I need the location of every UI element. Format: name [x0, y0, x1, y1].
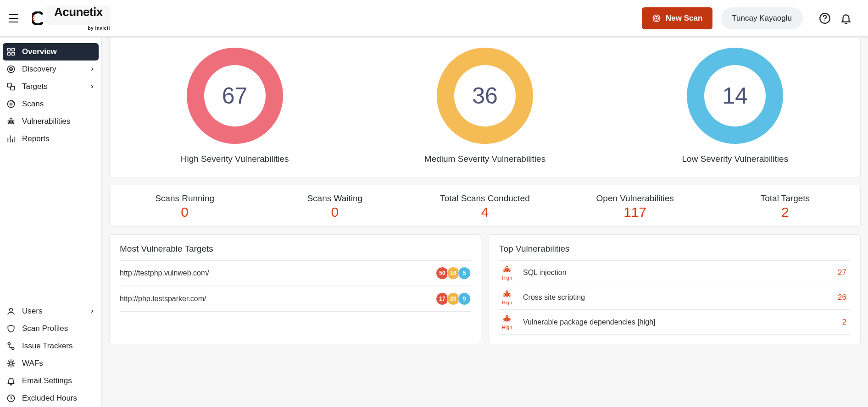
sidebar-item-discovery[interactable]: Discovery: [0, 60, 101, 78]
notifications-button[interactable]: [837, 9, 855, 28]
vulnerability-row[interactable]: HighSQL injection27: [499, 260, 850, 285]
user-menu-button[interactable]: Tuncay Kayaoglu: [721, 7, 803, 29]
sidebar-item-label: Email Settings: [22, 376, 72, 385]
sidebar: OverviewDiscoveryTargetsScansVulnerabili…: [0, 38, 102, 407]
help-icon: [819, 12, 831, 24]
svg-line-52: [509, 269, 510, 269]
brand-name-sub: by invicti: [47, 26, 110, 31]
stat-label: Open Vulnerabilities: [560, 193, 710, 204]
severity-donut[interactable]: 14: [687, 48, 783, 144]
severity-chip-label: High: [502, 300, 512, 305]
stat-value: 4: [410, 204, 560, 220]
vulnerability-count: 26: [838, 293, 850, 302]
severity-badges: 50165: [438, 267, 471, 280]
stat-label: Total Targets: [710, 193, 860, 204]
severity-block: 36Medium Severity Vulnerabilities: [360, 48, 610, 164]
target-url: http://testphp.vulnweb.com/: [120, 269, 209, 277]
discovery-icon: [6, 65, 16, 74]
sidebar-item-excluded-hours[interactable]: Excluded Hours: [0, 390, 101, 407]
tracker-icon: [6, 341, 16, 351]
sidebar-item-wafs[interactable]: WAFs: [0, 355, 101, 372]
severity-label: High Severity Vulnerabilities: [181, 154, 289, 164]
shield-icon: [6, 324, 16, 333]
svg-rect-12: [12, 49, 15, 51]
severity-donut[interactable]: 67: [187, 48, 283, 144]
svg-line-44: [8, 365, 10, 366]
new-scan-label: New Scan: [666, 14, 702, 23]
bug-icon: [502, 265, 512, 276]
waf-icon: [6, 359, 16, 368]
svg-point-34: [10, 308, 13, 311]
stats-card: Scans Running0Scans Waiting0Total Scans …: [109, 185, 861, 227]
bug-icon: [502, 290, 512, 301]
stat-block: Scans Waiting0: [260, 193, 410, 220]
bug-icon: [6, 117, 16, 126]
svg-line-51: [504, 271, 505, 272]
overview-icon: [6, 47, 16, 56]
stat-value: 0: [110, 204, 260, 220]
severity-donut[interactable]: 36: [437, 48, 533, 144]
sidebar-item-label: Users: [22, 307, 42, 316]
svg-line-54: [509, 271, 510, 272]
sidebar-item-users[interactable]: Users: [0, 302, 101, 320]
severity-block: 67High Severity Vulnerabilities: [110, 48, 360, 164]
severity-chip: High: [499, 265, 515, 280]
brand-logo-link[interactable]: Acunetix by invicti: [32, 6, 110, 31]
svg-point-17: [11, 69, 11, 70]
new-scan-button[interactable]: New Scan: [642, 7, 712, 29]
help-button[interactable]: [816, 9, 834, 28]
sidebar-item-targets[interactable]: Targets: [0, 78, 101, 95]
target-row[interactable]: http://testphp.vulnweb.com/50165: [120, 260, 471, 286]
users-icon: [6, 307, 16, 316]
stat-label: Scans Running: [110, 193, 260, 204]
severity-chip: High: [499, 314, 515, 330]
svg-line-65: [504, 318, 505, 319]
svg-line-59: [504, 296, 505, 297]
svg-line-42: [8, 361, 10, 362]
severity-chip-label: High: [502, 275, 512, 280]
most-vulnerable-targets-card: Most Vulnerable Targets http://testphp.v…: [109, 234, 481, 344]
severity-count: 36: [472, 82, 498, 109]
stat-block: Total Scans Conducted4: [410, 193, 560, 220]
brand-logo-icon: [32, 11, 46, 25]
sidebar-item-issue-trackers[interactable]: Issue Trackers: [0, 337, 101, 355]
sidebar-item-reports[interactable]: Reports: [0, 130, 101, 148]
svg-point-37: [10, 362, 13, 365]
severity-label: Medium Severity Vulnerabilities: [424, 154, 545, 164]
sidebar-item-email-settings[interactable]: Email Settings: [0, 372, 101, 390]
vulnerability-count: 2: [842, 318, 850, 327]
sidebar-item-vulnerabilities[interactable]: Vulnerabilities: [0, 113, 101, 130]
svg-line-57: [504, 293, 505, 294]
sidebar-item-overview[interactable]: Overview: [3, 43, 99, 60]
sidebar-item-label: WAFs: [22, 359, 43, 368]
brand-name-main: Acunetix: [47, 6, 110, 25]
target-row[interactable]: http://php.testsparker.com/17209: [120, 286, 471, 312]
vulnerability-name: Vulnerable package dependencies [high]: [523, 318, 656, 326]
target-url: http://php.testsparker.com/: [120, 295, 206, 303]
sidebar-item-label: Issue Trackers: [22, 341, 73, 351]
hamburger-menu-button[interactable]: [6, 11, 21, 26]
svg-rect-14: [12, 53, 15, 55]
card-title: Most Vulnerable Targets: [120, 244, 471, 254]
sidebar-item-label: Discovery: [22, 65, 56, 74]
sidebar-item-scans[interactable]: Scans: [0, 95, 101, 113]
sidebar-item-scan-profiles[interactable]: Scan Profiles: [0, 320, 101, 337]
svg-line-67: [504, 320, 505, 321]
vulnerability-row[interactable]: HighCross site scripting26: [499, 285, 850, 310]
vulnerability-row[interactable]: HighVulnerable package dependencies [hig…: [499, 310, 850, 335]
scans-icon: [6, 99, 16, 109]
svg-line-70: [509, 320, 510, 321]
sidebar-item-label: Targets: [22, 82, 48, 91]
chevron-right-icon: [89, 84, 95, 89]
reports-icon: [6, 134, 16, 143]
vulnerability-count: 27: [838, 268, 850, 277]
svg-line-24: [8, 121, 9, 121]
sidebar-item-label: Overview: [22, 47, 57, 56]
svg-point-21: [10, 103, 12, 105]
sidebar-item-label: Vulnerabilities: [22, 117, 70, 126]
bell-icon: [840, 12, 852, 24]
bell-icon: [6, 376, 16, 385]
svg-line-3: [33, 16, 34, 16]
sidebar-item-label: Reports: [22, 134, 50, 143]
svg-rect-11: [8, 49, 11, 51]
